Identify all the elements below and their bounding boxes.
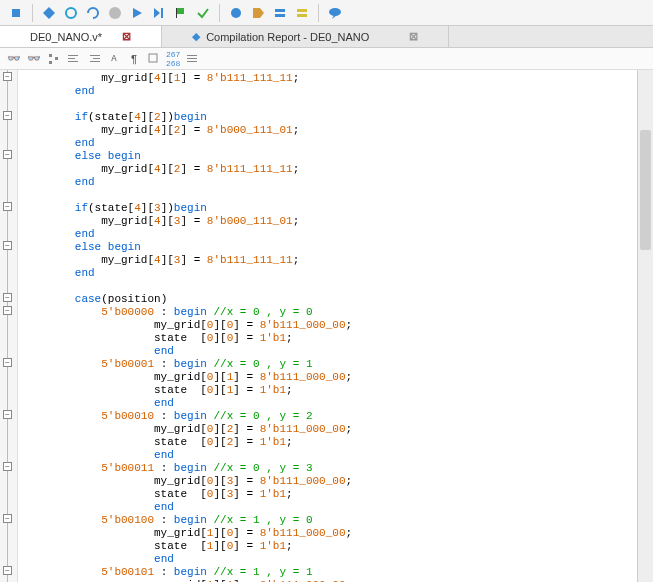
svg-rect-14 <box>297 14 307 17</box>
svg-marker-5 <box>154 8 160 18</box>
close-icon[interactable]: ⊠ <box>409 30 418 43</box>
close-icon[interactable]: ⊠ <box>122 30 131 43</box>
sync-icon[interactable] <box>85 5 101 21</box>
svg-rect-13 <box>297 9 307 12</box>
editor-toolbar: 👓 👓 A ¶ 267268 <box>0 48 653 70</box>
indent-left-icon[interactable] <box>66 51 82 67</box>
svg-marker-10 <box>253 8 264 18</box>
save-icon[interactable] <box>41 5 57 21</box>
fold-toggle[interactable]: − <box>3 111 12 120</box>
fold-toggle[interactable]: − <box>3 202 12 211</box>
main-toolbar <box>0 0 653 26</box>
fold-toggle[interactable]: − <box>3 293 12 302</box>
line-col-indicator[interactable]: 267268 <box>166 51 180 67</box>
comment-icon[interactable] <box>327 5 343 21</box>
fold-toggle[interactable]: − <box>3 566 12 575</box>
tab-compilation-report[interactable]: ◆ Compilation Report - DE0_NANO ⊠ <box>162 26 449 47</box>
fold-toggle[interactable]: − <box>3 72 12 81</box>
code-content[interactable]: my_grid[4][1] = 8'b111_111_11; end if(st… <box>18 70 637 582</box>
editor-area: −−−−−−−−−−−−−−− my_grid[4][1] = 8'b111_1… <box>0 70 653 582</box>
svg-rect-24 <box>93 58 100 59</box>
tab-bar: DE0_NANO.v* ⊠ ◆ Compilation Report - DE0… <box>0 26 653 48</box>
svg-rect-26 <box>149 54 157 62</box>
vertical-scrollbar[interactable] <box>637 70 653 582</box>
paragraph-icon[interactable]: ¶ <box>126 51 142 67</box>
fold-toggle[interactable]: − <box>3 306 12 315</box>
stack-yellow-icon[interactable] <box>294 5 310 21</box>
fold-toggle[interactable]: − <box>3 150 12 159</box>
menu-icon[interactable] <box>184 51 200 67</box>
svg-rect-25 <box>90 61 100 62</box>
flag-icon[interactable] <box>173 5 189 21</box>
svg-point-2 <box>66 8 76 18</box>
play-next-icon[interactable] <box>151 5 167 21</box>
fold-toggle[interactable]: − <box>3 410 12 419</box>
toolbar-divider <box>318 4 319 22</box>
svg-rect-8 <box>176 8 177 18</box>
find-icon[interactable]: 👓 <box>26 51 42 67</box>
tag-icon[interactable] <box>250 5 266 21</box>
stack-blue-icon[interactable] <box>272 5 288 21</box>
play-icon[interactable] <box>129 5 145 21</box>
svg-rect-0 <box>12 9 20 17</box>
svg-marker-4 <box>133 8 142 18</box>
svg-rect-19 <box>55 57 58 60</box>
tree-icon[interactable] <box>46 51 62 67</box>
zoom-icon[interactable] <box>146 51 162 67</box>
svg-rect-28 <box>187 58 197 59</box>
fold-toggle[interactable]: − <box>3 358 12 367</box>
stop-icon[interactable] <box>107 5 123 21</box>
svg-rect-20 <box>68 55 78 56</box>
svg-rect-18 <box>49 61 52 64</box>
check-icon[interactable] <box>195 5 211 21</box>
circle-icon[interactable] <box>228 5 244 21</box>
svg-rect-29 <box>187 61 197 62</box>
toolbar-divider <box>32 4 33 22</box>
svg-rect-22 <box>68 61 78 62</box>
svg-rect-12 <box>275 14 285 17</box>
document-icon: ◆ <box>192 30 200 43</box>
tab-label: DE0_NANO.v* <box>30 31 102 43</box>
svg-rect-21 <box>68 58 75 59</box>
svg-rect-27 <box>187 55 197 56</box>
fold-toggle[interactable]: − <box>3 462 12 471</box>
toolbar-divider <box>219 4 220 22</box>
svg-point-15 <box>329 8 341 16</box>
binoculars-icon[interactable]: 👓 <box>6 51 22 67</box>
svg-rect-11 <box>275 9 285 12</box>
fold-toggle[interactable]: − <box>3 241 12 250</box>
tab-label: Compilation Report - DE0_NANO <box>206 31 369 43</box>
refresh-icon[interactable] <box>63 5 79 21</box>
svg-rect-6 <box>161 8 163 18</box>
svg-rect-7 <box>176 8 184 14</box>
toolbar-action-icon[interactable] <box>8 5 24 21</box>
ab-icon[interactable]: A <box>106 51 122 67</box>
svg-point-3 <box>109 7 121 19</box>
svg-point-9 <box>231 8 241 18</box>
scrollbar-thumb[interactable] <box>640 130 651 250</box>
svg-rect-17 <box>49 54 52 57</box>
fold-toggle[interactable]: − <box>3 514 12 523</box>
tab-active-file[interactable]: DE0_NANO.v* ⊠ <box>0 26 162 47</box>
svg-marker-1 <box>43 7 55 19</box>
indent-right-icon[interactable] <box>86 51 102 67</box>
svg-rect-23 <box>90 55 100 56</box>
fold-gutter[interactable]: −−−−−−−−−−−−−−− <box>0 70 18 582</box>
